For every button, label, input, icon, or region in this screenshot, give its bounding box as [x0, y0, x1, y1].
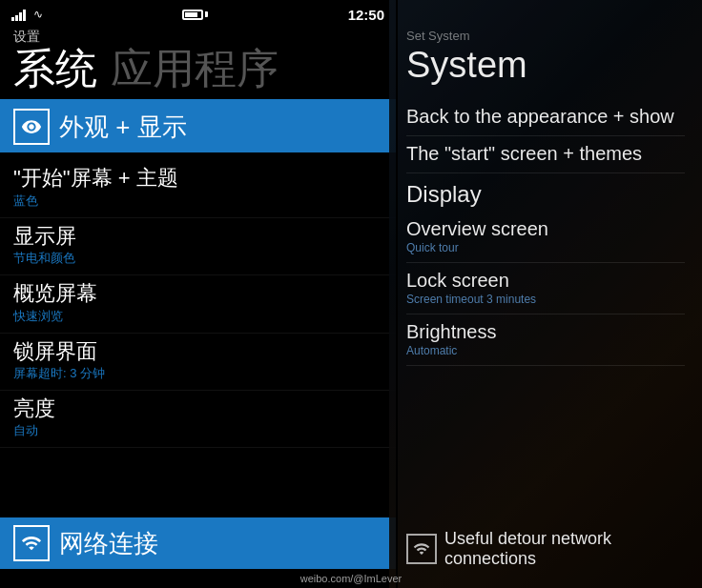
menu-item-display[interactable]: 显示屏 节电和颜色 — [0, 218, 396, 275]
settings-label: 设置 — [0, 27, 396, 46]
title-inactive[interactable]: 应用程序 — [111, 46, 279, 91]
right-content: Set System System Back to the appearance… — [389, 0, 702, 375]
signal-bar-3 — [19, 12, 22, 21]
panel-divider — [396, 0, 398, 588]
menu-item-title-2: 概览屏幕 — [13, 281, 382, 306]
right-section-display-title: Display — [406, 173, 685, 212]
status-bar: ∿ 12:50 — [0, 0, 396, 27]
right-system-title: System — [406, 45, 685, 86]
right-item-overview-subtitle: Quick tour — [406, 241, 685, 254]
menu-item-subtitle-0: 蓝色 — [13, 193, 382, 210]
wifi-status-icon: ∿ — [33, 8, 43, 21]
menu-item-title-0: "开始"屏幕 + 主题 — [13, 166, 382, 191]
right-item-appearance-title: Back to the appearance + show — [406, 105, 685, 128]
signal-bar-1 — [11, 17, 14, 21]
menu-item-title-1: 显示屏 — [13, 224, 382, 249]
right-bottom-network-text: Useful detour network connections — [444, 529, 685, 569]
battery-tip — [205, 11, 208, 17]
menu-item-subtitle-2: 快速浏览 — [13, 308, 382, 325]
right-bottom-network: Useful detour network connections — [406, 529, 685, 569]
menu-item-title-3: 锁屏界面 — [13, 339, 382, 364]
right-item-brightness: Brightness Automatic — [406, 314, 685, 366]
right-item-overview: Overview screen Quick tour — [406, 212, 685, 263]
right-section-display: Display — [406, 173, 685, 212]
right-item-lock: Lock screen Screen timeout 3 minutes — [406, 263, 685, 314]
battery-body — [182, 10, 203, 20]
right-item-lock-title: Lock screen — [406, 269, 685, 292]
right-item-overview-title: Overview screen — [406, 217, 685, 240]
menu-item-overview[interactable]: 概览屏幕 快速浏览 — [0, 275, 396, 333]
signal-bar-4 — [23, 10, 26, 21]
section-title: 外观 + 显示 — [59, 111, 187, 144]
bottom-network-title: 网络连接 — [59, 527, 158, 560]
network-icon — [21, 533, 42, 554]
section-header[interactable]: 外观 + 显示 — [0, 99, 396, 152]
menu-item-lock-screen[interactable]: 锁屏界面 屏幕超时: 3 分钟 — [0, 334, 396, 391]
network-icon-box — [13, 525, 50, 561]
right-system-label: Set System — [406, 29, 685, 43]
main-title: 系统 应用程序 — [0, 46, 396, 95]
battery-fill — [185, 12, 197, 17]
right-network-icon-box — [406, 534, 437, 564]
eye-icon — [21, 116, 42, 137]
watermark: weibo.com/@ImLever — [300, 573, 403, 584]
right-item-appearance: Back to the appearance + show — [406, 99, 685, 136]
right-item-brightness-title: Brightness — [406, 320, 685, 343]
watermark-weibo-url: weibo.com/@ImLever — [300, 573, 403, 584]
right-panel: Set System System Back to the appearance… — [389, 0, 702, 588]
battery-icon — [182, 10, 208, 20]
signal-bar-2 — [15, 15, 18, 21]
right-network-icon — [413, 540, 430, 558]
right-item-start-title: The "start" screen + themes — [406, 142, 685, 165]
left-panel: ∿ 12:50 设置 系统 应用程序 外观 + 显示 "开始"屏幕 + 主题 蓝… — [0, 0, 396, 588]
menu-item-title-4: 亮度 — [13, 396, 382, 421]
status-left: ∿ — [11, 8, 43, 21]
menu-item-start-screen[interactable]: "开始"屏幕 + 主题 蓝色 — [0, 160, 396, 217]
signal-bars — [11, 8, 26, 21]
menu-item-subtitle-1: 节电和颜色 — [13, 250, 382, 267]
bottom-network-section[interactable]: 网络连接 — [0, 517, 396, 569]
menu-item-subtitle-4: 自动 — [13, 422, 382, 439]
menu-item-brightness[interactable]: 亮度 自动 — [0, 391, 396, 448]
eye-icon-box — [13, 109, 50, 145]
right-item-lock-subtitle: Screen timeout 3 minutes — [406, 293, 685, 306]
menu-item-subtitle-3: 屏幕超时: 3 分钟 — [13, 365, 382, 382]
title-active[interactable]: 系统 — [13, 46, 97, 91]
status-time: 12:50 — [348, 7, 384, 23]
right-item-brightness-subtitle: Automatic — [406, 344, 685, 357]
right-item-start: The "start" screen + themes — [406, 136, 685, 173]
